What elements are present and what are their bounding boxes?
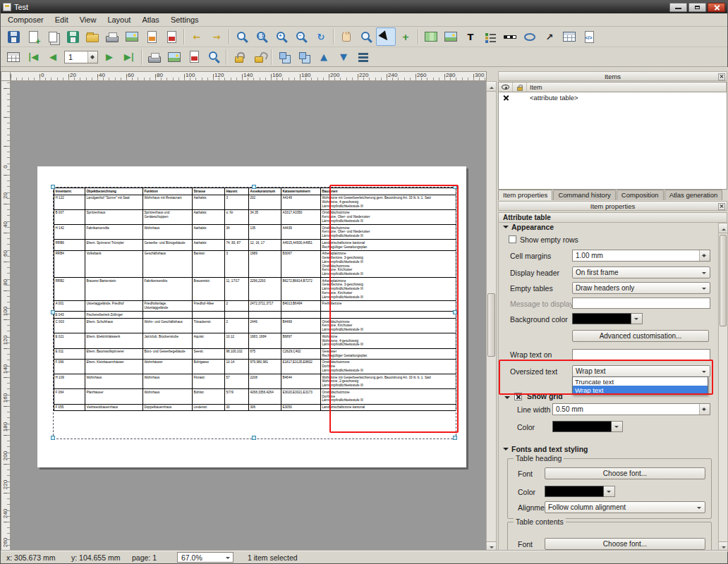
export-atlas-pdf-button[interactable] xyxy=(184,48,204,66)
zoom-out-button[interactable] xyxy=(291,27,311,46)
line-width-spinbox[interactable]: 0.50 mm xyxy=(552,403,710,415)
properties-scrollbar-thumb[interactable] xyxy=(720,235,727,326)
display-header-combobox[interactable]: On first frame xyxy=(572,266,710,278)
duplicate-composition-button[interactable] xyxy=(43,27,63,46)
collapse-arrow-icon[interactable] xyxy=(503,448,509,453)
cell-margins-spinbox[interactable]: 1.00 mm xyxy=(572,250,710,262)
empty-tables-combobox[interactable]: Draw headers only xyxy=(572,282,710,294)
chevron-down-icon[interactable] xyxy=(612,421,623,432)
background-color-button[interactable] xyxy=(572,313,643,324)
add-image-button[interactable] xyxy=(441,27,461,46)
unlock-items-button[interactable] xyxy=(249,48,269,66)
chevron-down-icon[interactable] xyxy=(604,486,615,497)
composer-canvas[interactable]: Inventarnr.ObjektbezeichnungFunktionStra… xyxy=(11,81,486,552)
tab-composition[interactable]: Composition xyxy=(617,190,664,200)
save-project-button[interactable] xyxy=(4,27,23,46)
move-item-content-button[interactable]: + xyxy=(396,27,415,46)
print-atlas-button[interactable] xyxy=(145,48,164,66)
ungroup-items-button[interactable] xyxy=(294,48,314,66)
menu-item-composer[interactable]: Composer xyxy=(2,14,49,25)
select-move-item-button[interactable] xyxy=(376,27,396,46)
close-button[interactable] xyxy=(708,3,725,12)
add-shape-button[interactable] xyxy=(520,27,540,46)
items-list-row[interactable]: <attribute table> xyxy=(499,92,727,103)
show-empty-rows-checkbox[interactable] xyxy=(509,235,516,243)
scroll-down-icon[interactable] xyxy=(719,541,727,551)
align-items-button[interactable] xyxy=(353,48,373,66)
minimize-button[interactable] xyxy=(669,3,687,12)
dropdown-option[interactable]: Wrap text xyxy=(573,386,708,394)
atlas-settings-button[interactable] xyxy=(204,48,224,66)
menu-item-edit[interactable]: Edit xyxy=(49,14,74,25)
maximize-button[interactable] xyxy=(688,3,706,12)
add-map-button[interactable] xyxy=(421,27,441,46)
lower-items-button[interactable]: ▼ xyxy=(334,48,353,66)
items-panel-close-icon[interactable] xyxy=(718,73,725,80)
spin-arrows-icon[interactable] xyxy=(699,404,710,415)
zoom-region-button[interactable] xyxy=(356,27,376,46)
previous-feature-button[interactable]: ◀ xyxy=(43,48,63,66)
first-feature-button[interactable]: |◀ xyxy=(23,48,43,66)
heading-color-button[interactable] xyxy=(545,486,615,497)
tab-item-properties[interactable]: Item properties xyxy=(498,190,552,200)
tab-atlas-generation[interactable]: Atlas generation xyxy=(665,190,723,200)
add-arrow-button[interactable]: ↗ xyxy=(540,27,559,46)
canvas-scrollbar-thumb[interactable] xyxy=(487,293,495,357)
item-properties-close-icon[interactable] xyxy=(718,203,725,210)
lock-items-button[interactable] xyxy=(229,48,249,66)
menu-item-settings[interactable]: Settings xyxy=(165,14,205,25)
wrap-text-on-field[interactable] xyxy=(572,349,710,360)
heading-choose-font-button[interactable]: Choose font... xyxy=(545,467,705,479)
raise-items-button[interactable]: ▲ xyxy=(314,48,334,66)
next-feature-button[interactable]: ▶ xyxy=(99,48,119,66)
scroll-down-icon[interactable] xyxy=(487,541,496,551)
chevron-down-icon[interactable] xyxy=(631,313,643,324)
collapse-arrow-icon[interactable] xyxy=(504,396,510,402)
export-svg-button[interactable] xyxy=(142,27,162,46)
menu-item-view[interactable]: View xyxy=(74,14,102,25)
redo-button[interactable]: → xyxy=(207,27,226,46)
add-scalebar-button[interactable] xyxy=(500,27,520,46)
spin-arrows-icon[interactable] xyxy=(699,250,710,261)
properties-scrollbar[interactable] xyxy=(718,223,728,552)
attribute-table-item[interactable]: Inventarnr.ObjektbezeichnungFunktionStra… xyxy=(54,188,456,411)
atlas-feature-spinbox[interactable]: 1 xyxy=(64,51,98,63)
add-label-button[interactable]: T xyxy=(461,27,480,46)
dropdown-option[interactable]: Truncate text xyxy=(573,377,708,386)
menu-item-atlas[interactable]: Atlas xyxy=(136,14,164,25)
selection-handle[interactable] xyxy=(252,436,256,440)
save-as-template-button[interactable] xyxy=(63,27,83,46)
canvas-vertical-scrollbar[interactable] xyxy=(486,81,497,552)
undo-button[interactable]: ← xyxy=(187,27,207,46)
print-composition-button[interactable] xyxy=(102,27,122,46)
add-html-frame-button[interactable] xyxy=(579,27,599,46)
new-composition-button[interactable] xyxy=(23,27,43,46)
advanced-customisation-button[interactable]: Advanced customisation... xyxy=(572,330,709,342)
zoom-full-button[interactable] xyxy=(232,27,252,46)
pan-button[interactable] xyxy=(336,27,356,46)
alignment-combobox[interactable]: Follow column alignment xyxy=(545,501,705,513)
export-atlas-image-button[interactable] xyxy=(164,48,184,66)
zoom-level-combobox[interactable]: 67.0% xyxy=(177,552,233,563)
scroll-up-icon[interactable] xyxy=(487,82,496,92)
collapse-arrow-icon[interactable] xyxy=(503,226,509,231)
grid-color-button[interactable] xyxy=(552,421,623,432)
add-legend-button[interactable] xyxy=(480,27,500,46)
add-attribute-table-button[interactable] xyxy=(559,27,579,46)
preview-atlas-button[interactable] xyxy=(4,48,23,66)
refresh-view-button[interactable]: ↻ xyxy=(311,27,331,46)
spin-arrows-icon[interactable] xyxy=(87,51,97,63)
group-items-button[interactable] xyxy=(274,48,294,66)
show-grid-checkbox[interactable] xyxy=(514,393,522,400)
message-to-display-field[interactable] xyxy=(572,298,710,309)
oversized-text-combobox[interactable]: Wrap text xyxy=(572,365,710,377)
selection-handle[interactable] xyxy=(453,436,457,440)
last-feature-button[interactable]: ▶| xyxy=(119,48,139,66)
load-template-button[interactable] xyxy=(83,27,102,46)
contents-choose-font-button[interactable]: Choose font... xyxy=(545,538,705,550)
export-image-button[interactable] xyxy=(122,27,142,46)
item-visibility-checkbox[interactable] xyxy=(499,92,513,103)
scroll-up-icon[interactable] xyxy=(719,223,727,233)
zoom-in-button[interactable] xyxy=(272,27,291,46)
zoom-actual-button[interactable] xyxy=(252,27,272,46)
